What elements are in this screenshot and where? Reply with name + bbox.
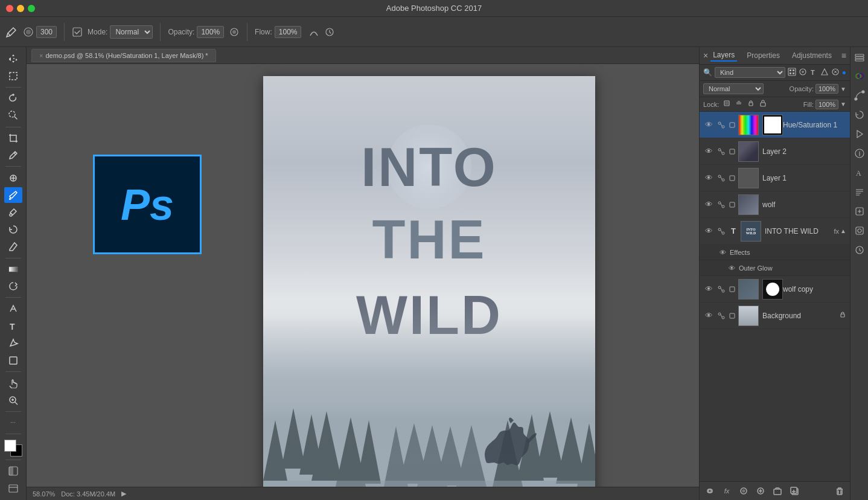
clone-stamp-tool[interactable] bbox=[4, 204, 22, 220]
layer-wolf-name: wolf bbox=[762, 200, 846, 209]
layer-wolfcopy-visibility-icon[interactable]: 👁 bbox=[703, 284, 714, 295]
layer-text-visibility-icon[interactable]: 👁 bbox=[703, 226, 714, 237]
lock-label: Lock: bbox=[703, 101, 719, 108]
filter-toggle[interactable]: ● bbox=[842, 68, 846, 77]
hand-tool[interactable] bbox=[4, 375, 22, 391]
layer-background[interactable]: 👁 Background bbox=[700, 303, 850, 329]
eraser-tool[interactable] bbox=[4, 239, 22, 254]
doc-size: Doc: 3.45M/20.4M bbox=[61, 490, 115, 498]
tab-close[interactable]: × bbox=[39, 52, 43, 59]
blend-mode-select[interactable]: Normal Multiply Screen bbox=[703, 83, 764, 94]
layer-wolf-copy[interactable]: 👁 wolf copy bbox=[700, 276, 850, 303]
panel-expand-btn[interactable]: ≡ bbox=[841, 51, 846, 60]
zoom-tool[interactable] bbox=[4, 392, 22, 408]
foreground-color-swatch[interactable] bbox=[4, 440, 16, 452]
brush-settings-icon[interactable] bbox=[72, 27, 83, 37]
right-icon-char[interactable]: A bbox=[852, 165, 867, 180]
healing-brush-tool[interactable] bbox=[4, 170, 22, 185]
status-arrow[interactable]: ▶ bbox=[121, 490, 126, 498]
photoshop-canvas: INTO THE WILD bbox=[263, 76, 595, 487]
filter-kind-select[interactable]: Kind Name Effect bbox=[715, 67, 785, 78]
right-icon-info[interactable] bbox=[852, 146, 867, 161]
lock-transparency-icon[interactable] bbox=[723, 99, 731, 109]
filter-smart-icon[interactable] bbox=[831, 68, 840, 78]
filter-pixel-icon[interactable] bbox=[788, 68, 796, 78]
airbrush-toggle[interactable] bbox=[229, 27, 240, 37]
layers-panel: 🔍 Kind Name Effect T bbox=[700, 65, 850, 500]
opacity-arrow[interactable]: ▼ bbox=[840, 86, 846, 92]
layer-1[interactable]: 👁 Layer 1 bbox=[700, 165, 850, 191]
effects-visibility-icon[interactable]: 👁 bbox=[718, 248, 727, 257]
link-layers-btn[interactable] bbox=[703, 484, 716, 498]
traffic-lights[interactable] bbox=[6, 5, 35, 12]
new-fill-btn[interactable] bbox=[754, 484, 767, 498]
lasso-tool[interactable] bbox=[4, 91, 22, 106]
minimize-button[interactable] bbox=[17, 5, 24, 12]
right-icon-extra3[interactable] bbox=[852, 243, 867, 257]
layer-into-the-wild[interactable]: 👁 T INTOWILD INTO THE WILD fx ▲ bbox=[700, 218, 850, 245]
right-icon-extra1[interactable] bbox=[852, 204, 867, 219]
marquee-tool[interactable] bbox=[4, 68, 22, 83]
right-icon-channels[interactable] bbox=[852, 69, 867, 83]
tab-adjustments[interactable]: Adjustments bbox=[790, 50, 834, 61]
lock-position-icon[interactable] bbox=[747, 99, 755, 109]
shape-tool[interactable] bbox=[4, 353, 22, 368]
layer-hue-saturation[interactable]: 👁 Hue/Saturation 1 bbox=[700, 112, 850, 138]
quick-select-tool[interactable] bbox=[4, 107, 22, 123]
path-selection-tool[interactable] bbox=[4, 335, 22, 351]
color-swatches[interactable] bbox=[4, 440, 22, 457]
right-icon-layers[interactable] bbox=[852, 50, 867, 64]
lock-all-icon[interactable] bbox=[759, 99, 767, 109]
new-layer-btn[interactable] bbox=[788, 484, 801, 498]
add-mask-btn[interactable] bbox=[737, 484, 750, 498]
gradient-tool[interactable] bbox=[4, 261, 22, 277]
right-icon-actions[interactable] bbox=[852, 127, 867, 141]
layer-2-visibility-icon[interactable]: 👁 bbox=[703, 146, 714, 157]
outer-glow-visibility-icon[interactable]: 👁 bbox=[727, 263, 736, 273]
maximize-button[interactable] bbox=[28, 5, 35, 12]
lock-image-icon[interactable] bbox=[735, 99, 743, 109]
pen-tool[interactable] bbox=[4, 301, 22, 316]
smooth-icon[interactable] bbox=[308, 27, 319, 37]
layer-effects-sub[interactable]: 👁 Effects bbox=[700, 245, 850, 260]
layer-wolf[interactable]: 👁 wolf bbox=[700, 191, 850, 218]
fill-arrow[interactable]: ▼ bbox=[840, 101, 846, 107]
brush-tool-icon[interactable] bbox=[5, 25, 18, 39]
layer-wolf-visibility-icon[interactable]: 👁 bbox=[703, 199, 714, 210]
text-tool[interactable]: T bbox=[4, 318, 22, 334]
layer-2[interactable]: 👁 Layer 2 bbox=[700, 138, 850, 165]
layer-text-fx[interactable]: fx bbox=[834, 228, 840, 235]
brush-tool[interactable] bbox=[4, 187, 22, 203]
layer-outer-glow-sub[interactable]: 👁 Outer Glow bbox=[700, 260, 850, 276]
layer-1-visibility-icon[interactable]: 👁 bbox=[703, 173, 714, 184]
right-icon-para[interactable] bbox=[852, 185, 867, 199]
tab-layers[interactable]: Layers bbox=[710, 50, 737, 62]
move-tool[interactable] bbox=[4, 51, 22, 66]
filter-search-icon[interactable]: 🔍 bbox=[703, 68, 712, 77]
quick-mask-btn[interactable] bbox=[4, 463, 22, 479]
panel-close-btn[interactable]: × bbox=[703, 51, 708, 60]
close-button[interactable] bbox=[6, 5, 13, 12]
layer-text-fx-arrow[interactable]: ▲ bbox=[840, 228, 846, 234]
filter-shape-icon[interactable] bbox=[820, 68, 829, 78]
screen-mode-btn[interactable] bbox=[4, 481, 22, 496]
layer-bg-visibility-icon[interactable]: 👁 bbox=[703, 310, 714, 321]
tab-properties[interactable]: Properties bbox=[744, 50, 782, 61]
delete-layer-btn[interactable] bbox=[833, 484, 846, 498]
group-btn[interactable] bbox=[771, 484, 784, 498]
filter-text-icon[interactable]: T bbox=[809, 68, 818, 78]
extra-settings-icon[interactable] bbox=[324, 27, 335, 37]
right-icon-paths[interactable] bbox=[852, 88, 867, 103]
fx-btn[interactable]: fx bbox=[720, 484, 733, 498]
canvas-tab[interactable]: × demo.psd @ 58.1% (Hue/Saturation 1, La… bbox=[31, 49, 216, 62]
mode-select[interactable]: Normal Multiply Screen bbox=[110, 25, 153, 39]
right-icon-history[interactable] bbox=[852, 107, 867, 122]
crop-tool[interactable] bbox=[4, 130, 22, 146]
eyedropper-tool[interactable] bbox=[4, 147, 22, 163]
right-icon-extra2[interactable] bbox=[852, 223, 867, 238]
history-brush-tool[interactable] bbox=[4, 222, 22, 237]
layer-hue-visibility-icon[interactable]: 👁 bbox=[703, 120, 714, 130]
extra-tools[interactable]: ··· bbox=[4, 415, 22, 431]
filter-adjustment-icon[interactable] bbox=[799, 68, 807, 78]
blur-tool[interactable] bbox=[4, 278, 22, 294]
